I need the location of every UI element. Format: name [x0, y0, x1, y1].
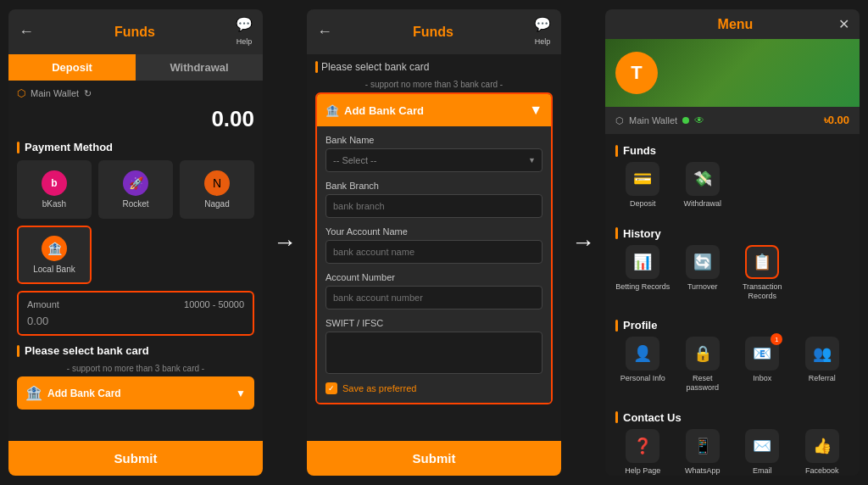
history-title: History	[615, 227, 849, 240]
menu-turnover[interactable]: 🔄 Turnover	[676, 245, 731, 301]
amount-box: Amount 10000 - 50000 0.00	[17, 291, 254, 336]
inbox-label: Inbox	[735, 374, 790, 383]
menu-facebook[interactable]: 👍 Facebook	[795, 429, 850, 476]
nagad-icon: N	[204, 170, 230, 196]
tab-withdrawal[interactable]: Withdrawal	[136, 54, 263, 81]
payment-localbank[interactable]: 🏦 Local Bank	[17, 226, 92, 284]
menu-transaction-records[interactable]: 📋 TransactionRecords	[735, 245, 790, 301]
bank-branch-input[interactable]	[326, 194, 542, 218]
contact-section: Contact Us ❓ Help Page 📱 WhatsApp ✉️ Ema…	[605, 401, 860, 476]
screens-container: ← Funds 💬 Help Deposit Withdrawal ⬡ Main…	[0, 0, 868, 485]
screen2-help-label: Help	[535, 37, 551, 46]
form-title-wrap: 🏦 Add Bank Card	[326, 104, 424, 117]
payment-nagad[interactable]: N Nagad	[180, 160, 254, 219]
funds-section: Funds 💳 Deposit 💸 Withdrawal	[605, 134, 860, 217]
bkash-icon: b	[42, 170, 67, 196]
form-dropdown-icon: ▼	[529, 103, 542, 118]
screen3-wallet-label: Main Wallet	[629, 115, 677, 125]
payment-method-section: Payment Method	[17, 141, 254, 153]
screen3-header: Menu ✕	[605, 9, 860, 39]
betting-records-label: Betting Records	[615, 282, 670, 292]
amount-header: Amount 10000 - 50000	[27, 299, 244, 309]
help-label: Help	[236, 37, 253, 46]
payment-method-label: Payment Method	[25, 141, 113, 153]
amount-range: 10000 - 50000	[184, 299, 244, 309]
account-name-input[interactable]	[326, 240, 542, 264]
please-select-label: Please select bank card	[315, 61, 553, 73]
account-number-label: Account Number	[326, 272, 542, 282]
screen1-submit-button[interactable]: Submit	[8, 441, 263, 476]
amount-label: Amount	[27, 299, 59, 309]
arrow-1: →	[271, 229, 298, 256]
transaction-records-label: TransactionRecords	[735, 282, 790, 301]
please-select-text: Please select bank card	[321, 61, 429, 73]
close-button[interactable]: ✕	[838, 16, 849, 32]
dropdown-icon: ▼	[236, 387, 246, 399]
wallet-label: Main Wallet	[31, 88, 79, 98]
green-dot	[682, 117, 689, 124]
menu-whatsapp[interactable]: 📱 WhatsApp	[676, 429, 731, 476]
profile-title: Profile	[615, 319, 849, 332]
contact-title: Contact Us	[615, 411, 849, 424]
reset-password-label: Resetpassword	[676, 374, 731, 393]
turnover-label: Turnover	[676, 282, 731, 292]
save-check-icon: ✓	[326, 382, 337, 394]
withdrawal-icon-wrap: 💸	[686, 162, 720, 196]
account-number-input[interactable]	[326, 286, 542, 309]
personal-info-label: Personal Info	[615, 374, 670, 383]
funds-grid: 💳 Deposit 💸 Withdrawal	[615, 162, 849, 209]
turnover-icon: 🔄	[686, 245, 720, 279]
history-grid: 📊 Betting Records 🔄 Turnover 📋 Transacti…	[615, 245, 849, 301]
screen2-submit-button[interactable]: Submit	[307, 441, 561, 476]
transaction-records-icon: 📋	[745, 245, 779, 279]
screen-2: ← Funds 💬 Help Please select bank card -…	[307, 9, 561, 476]
screen1-help[interactable]: 💬 Help	[236, 16, 253, 47]
payment-rocket[interactable]: 🚀 Rocket	[98, 160, 173, 219]
menu-email[interactable]: ✉️ Email	[735, 429, 790, 476]
menu-referral[interactable]: 👥 Referral	[795, 337, 850, 393]
wallet-row: ⬡ Main Wallet ↻	[17, 87, 254, 99]
bank-card-label: Please select bank card	[25, 344, 149, 357]
email-icon: ✉️	[745, 429, 779, 463]
balance-display: 0.00	[17, 106, 254, 132]
menu-help-page[interactable]: ❓ Help Page	[615, 429, 670, 476]
screen2-back-icon[interactable]: ←	[317, 23, 332, 41]
menu-deposit[interactable]: 💳 Deposit	[615, 162, 670, 209]
screen3-body: T ⬡ Main Wallet 👁 ৳0.00 Funds	[605, 39, 860, 476]
referral-icon: 👥	[805, 337, 839, 371]
contact-bar	[615, 411, 618, 423]
inbox-badge: 1	[771, 333, 782, 345]
bank-branch-label: Bank Branch	[326, 181, 542, 191]
bank-card-hint: - support no more than 3 bank card -	[17, 364, 254, 373]
facebook-label: Facebook	[795, 466, 850, 476]
swift-input[interactable]	[326, 332, 542, 374]
tab-deposit[interactable]: Deposit	[8, 54, 136, 81]
eye-icon[interactable]: 👁	[694, 114, 704, 126]
bank-name-select[interactable]: -- Select --	[326, 148, 542, 172]
menu-reset-password[interactable]: 🔒 Resetpassword	[676, 337, 731, 393]
account-name-label: Your Account Name	[326, 226, 542, 237]
wallet-info-left: ⬡ Main Wallet 👁	[615, 114, 704, 126]
personal-info-icon: 👤	[626, 337, 659, 371]
refresh-icon[interactable]: ↻	[84, 88, 92, 99]
account-number-field: Account Number	[326, 272, 542, 309]
wallet-balance: ৳0.00	[824, 114, 849, 127]
payment-bkash[interactable]: b bKash	[17, 160, 92, 219]
profile-banner: T	[605, 39, 860, 107]
betting-records-icon: 📊	[626, 245, 659, 279]
profile-grid: 👤 Personal Info 🔒 Resetpassword 📧 1 Inbo…	[615, 337, 849, 393]
amount-value: 0.00	[27, 315, 244, 327]
menu-personal-info[interactable]: 👤 Personal Info	[615, 337, 670, 393]
menu-inbox[interactable]: 📧 1 Inbox	[735, 337, 790, 393]
add-bank-button[interactable]: 🏦 Add Bank Card ▼	[17, 376, 254, 410]
menu-withdrawal[interactable]: 💸 Withdrawal	[676, 162, 731, 209]
screen2-help-icon: 💬	[534, 16, 551, 32]
bank-name-select-wrapper: -- Select --	[326, 148, 542, 172]
form-icon: 🏦	[326, 104, 339, 117]
screen2-title: Funds	[413, 25, 453, 40]
account-name-field: Your Account Name	[326, 226, 542, 264]
screen2-help[interactable]: 💬 Help	[534, 16, 551, 47]
save-pref[interactable]: ✓ Save as preferred	[326, 382, 542, 394]
menu-betting-records[interactable]: 📊 Betting Records	[615, 245, 670, 301]
back-icon[interactable]: ←	[19, 23, 34, 41]
